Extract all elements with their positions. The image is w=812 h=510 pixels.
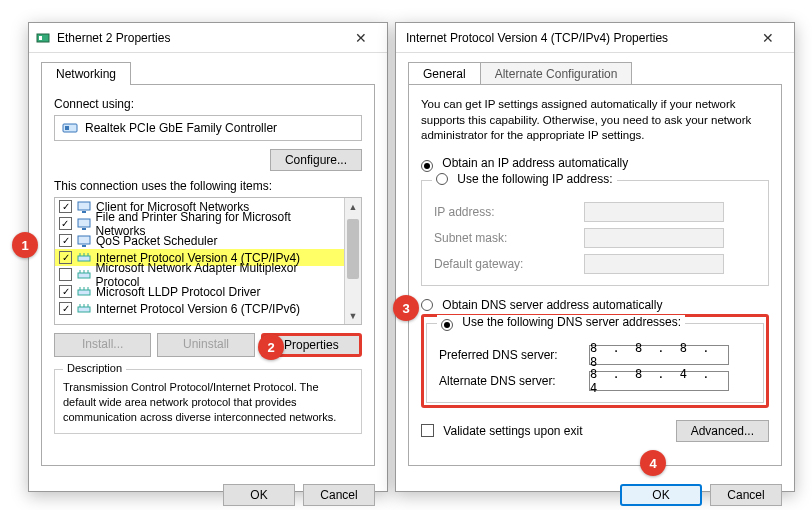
description-title: Description: [63, 362, 126, 374]
default-gateway-label: Default gateway:: [434, 257, 584, 271]
tab-general[interactable]: General: [408, 62, 481, 85]
svg-rect-0: [37, 34, 49, 42]
advanced-button[interactable]: Advanced...: [676, 420, 769, 442]
connect-using-label: Connect using:: [54, 97, 362, 111]
svg-rect-22: [78, 307, 90, 312]
svg-rect-8: [78, 236, 90, 244]
ip-manual-option[interactable]: Use the following IP address:: [432, 172, 617, 186]
svg-rect-3: [65, 126, 69, 130]
cancel-button[interactable]: Cancel: [710, 484, 782, 506]
list-item[interactable]: File and Printer Sharing for Microsoft N…: [55, 215, 344, 232]
svg-rect-7: [82, 228, 86, 230]
intro-text: You can get IP settings assigned automat…: [421, 97, 769, 144]
titlebar: Ethernet 2 Properties ✕: [29, 23, 387, 53]
svg-rect-10: [78, 256, 90, 261]
ip-address-field: [584, 202, 724, 222]
dns-auto-option[interactable]: Obtain DNS server address automatically: [421, 296, 769, 314]
scroll-thumb[interactable]: [347, 219, 359, 279]
checkbox-icon[interactable]: [59, 285, 72, 298]
step-badge-4: 4: [640, 450, 666, 476]
close-icon[interactable]: ✕: [341, 30, 381, 46]
list-item[interactable]: Microsoft Network Adapter Multiplexor Pr…: [55, 266, 344, 283]
subnet-mask-label: Subnet mask:: [434, 231, 584, 245]
preferred-dns-label: Preferred DNS server:: [439, 348, 589, 362]
checkbox-icon[interactable]: [59, 302, 72, 315]
ip-address-label: IP address:: [434, 205, 584, 219]
close-icon[interactable]: ✕: [748, 30, 788, 46]
item-label: Microsoft LLDP Protocol Driver: [96, 285, 261, 299]
cancel-button[interactable]: Cancel: [303, 484, 375, 506]
svg-rect-9: [82, 245, 86, 247]
svg-rect-14: [78, 273, 90, 278]
checkbox-icon[interactable]: [59, 251, 72, 264]
description-group: Description Transmission Control Protoco…: [54, 369, 362, 434]
ipv4-properties-dialog: Internet Protocol Version 4 (TCP/IPv4) P…: [395, 22, 795, 492]
adapter-name: Realtek PCIe GbE Family Controller: [85, 121, 277, 135]
component-icon: [76, 199, 92, 215]
scroll-down-icon[interactable]: ▼: [345, 307, 361, 324]
ok-button[interactable]: OK: [223, 484, 295, 506]
components-list: Client for Microsoft NetworksFile and Pr…: [54, 197, 362, 325]
radio-unselected-icon: [436, 173, 448, 185]
component-icon: [76, 267, 92, 283]
svg-rect-5: [82, 211, 86, 213]
svg-rect-4: [78, 202, 90, 210]
validate-checkbox[interactable]: Validate settings upon exit: [421, 424, 583, 438]
step-badge-3: 3: [393, 295, 419, 321]
component-icon: [76, 216, 92, 232]
svg-rect-1: [39, 36, 42, 40]
component-icon: [76, 284, 92, 300]
component-icon: [76, 301, 92, 317]
radio-selected-icon: [441, 319, 453, 331]
adapter-field: Realtek PCIe GbE Family Controller: [54, 115, 362, 141]
checkbox-icon[interactable]: [59, 234, 72, 247]
svg-rect-6: [78, 219, 90, 227]
item-label: Internet Protocol Version 6 (TCP/IPv6): [96, 302, 300, 316]
item-label: QoS Packet Scheduler: [96, 234, 217, 248]
ethernet-properties-dialog: Ethernet 2 Properties ✕ Networking Conne…: [28, 22, 388, 492]
alternate-dns-field[interactable]: 8 . 8 . 4 . 4: [589, 371, 729, 391]
tab-networking[interactable]: Networking: [41, 62, 131, 85]
default-gateway-field: [584, 254, 724, 274]
install-button[interactable]: Install...: [54, 333, 151, 357]
scroll-up-icon[interactable]: ▲: [345, 198, 361, 215]
dialog-title: Internet Protocol Version 4 (TCP/IPv4) P…: [406, 31, 748, 45]
component-icon: [76, 233, 92, 249]
ip-auto-option[interactable]: Obtain an IP address automatically: [421, 154, 769, 174]
uninstall-button[interactable]: Uninstall: [157, 333, 254, 357]
scrollbar[interactable]: ▲ ▼: [344, 198, 361, 324]
titlebar: Internet Protocol Version 4 (TCP/IPv4) P…: [396, 23, 794, 53]
items-label: This connection uses the following items…: [54, 179, 362, 193]
checkbox-icon[interactable]: [59, 217, 72, 230]
alternate-dns-label: Alternate DNS server:: [439, 374, 589, 388]
component-icon: [76, 250, 92, 266]
description-text: Transmission Control Protocol/Internet P…: [63, 380, 353, 425]
checkbox-icon[interactable]: [59, 268, 72, 281]
network-card-icon: [35, 30, 51, 46]
subnet-mask-field: [584, 228, 724, 248]
dialog-title: Ethernet 2 Properties: [57, 31, 341, 45]
adapter-icon: [61, 119, 79, 137]
step-badge-2: 2: [258, 334, 284, 360]
checkbox-icon[interactable]: [59, 200, 72, 213]
step-badge-1: 1: [12, 232, 38, 258]
radio-selected-icon: [421, 160, 433, 172]
list-item[interactable]: Internet Protocol Version 6 (TCP/IPv6): [55, 300, 344, 317]
svg-rect-18: [78, 290, 90, 295]
scroll-track[interactable]: [345, 215, 361, 307]
dns-manual-option[interactable]: Use the following DNS server addresses:: [437, 315, 685, 331]
preferred-dns-field[interactable]: 8 . 8 . 8 . 8: [589, 345, 729, 365]
ok-button[interactable]: OK: [620, 484, 702, 506]
checkbox-icon: [421, 424, 434, 437]
configure-button[interactable]: Configure...: [270, 149, 362, 171]
radio-unselected-icon: [421, 299, 433, 311]
tab-alternate-configuration[interactable]: Alternate Configuration: [480, 62, 633, 85]
